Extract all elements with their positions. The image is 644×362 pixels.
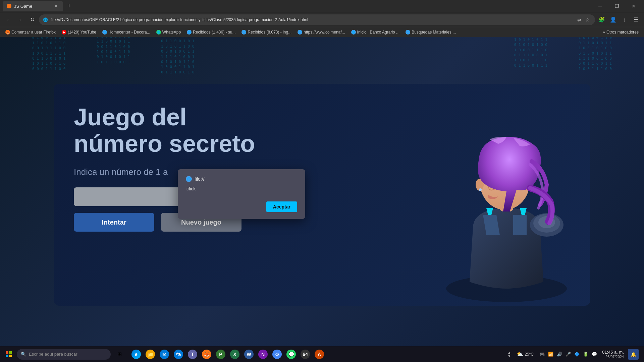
back-button[interactable]: ‹ — [3, 14, 13, 25]
profile-button[interactable]: 👤 — [608, 14, 619, 25]
file-explorer-icon: 📁 — [146, 350, 155, 359]
taskbar-clock[interactable]: 01:45 a. m. 26/07/2024 — [601, 349, 625, 359]
modal-actions: Aceptar — [186, 201, 297, 212]
start-button[interactable] — [3, 348, 15, 360]
extra-app[interactable]: A — [313, 348, 326, 361]
teams-icon: T — [188, 350, 197, 359]
modal-overlay: 🌐 file:// click Aceptar — [54, 84, 590, 306]
bookmark-star-icon[interactable]: ☆ — [584, 16, 591, 23]
modal-url: file:// — [195, 176, 205, 182]
onenote-app[interactable]: N — [256, 348, 270, 361]
close-button[interactable]: ✕ — [626, 1, 641, 11]
title-bar: JS Game ✕ + ─ ❐ ✕ — [0, 0, 644, 12]
tab-title: JS Game — [14, 4, 50, 9]
bookmark-homecenter-label: Homecenter - Decora... — [108, 30, 150, 35]
address-bar[interactable]: 🌐 file:///D:/Documentos/ONE-ORACLE/2 Lóg… — [39, 14, 595, 25]
excel-app[interactable]: X — [228, 348, 241, 361]
bookmark-inbox2-label: Recibidos (8.073) - ing... — [248, 30, 291, 35]
bookmark-firefox[interactable]: 🦊 Comenzar a usar Firefox — [3, 29, 58, 35]
tray-mic-icon[interactable]: 🎤 — [565, 351, 572, 358]
translate-icon[interactable]: ⇄ — [576, 16, 583, 23]
browser-frame: JS Game ✕ + ─ ❐ ✕ ‹ › ↻ 🌐 file:///D:/Doc… — [0, 0, 644, 362]
tray-game-icon[interactable]: 🎮 — [538, 351, 546, 358]
scroll-widget[interactable]: ▲ ▼ — [506, 348, 512, 361]
weather-widget[interactable]: ⛅ 25°C — [515, 348, 536, 361]
modal-message: click — [186, 186, 297, 191]
menu-button[interactable]: ☰ — [631, 14, 641, 25]
edge-app[interactable]: e — [129, 348, 143, 361]
file-explorer-app[interactable]: 📁 — [144, 348, 157, 361]
scroll-up-icon: ▲ — [507, 351, 511, 354]
weather-icon: ⛅ — [517, 351, 523, 357]
browser-tab[interactable]: JS Game ✕ — [3, 1, 63, 11]
bookmark-busquedas[interactable]: 🌐 Busquedas Materiales ... — [403, 29, 459, 35]
taskbar-right: ▲ ▼ ⛅ 25°C 🎮 📶 🔊 🎤 🔷 🔋 💬 01:45 a. m. — [506, 348, 641, 361]
project-app[interactable]: P — [214, 348, 227, 361]
tray-msg-icon[interactable]: 💬 — [591, 351, 598, 358]
bookmark-inbox1[interactable]: 🌐 Recibidos (1.436) - su... — [184, 29, 238, 35]
tab-close-button[interactable]: ✕ — [53, 3, 59, 9]
modal-accept-button[interactable]: Aceptar — [266, 201, 297, 212]
bookmark-banco-icon: 🌐 — [351, 30, 356, 35]
task-view-button[interactable]: ⊞ — [113, 348, 126, 361]
weather-temp: 25°C — [525, 352, 534, 357]
tray-speaker-icon[interactable]: 🔊 — [556, 351, 563, 358]
bookmark-whatsapp[interactable]: 🌐 WhatsApp — [154, 29, 183, 35]
maximize-button[interactable]: ❐ — [609, 1, 625, 11]
taskbar-search[interactable]: 🔍 Escribe aquí para buscar — [17, 349, 111, 360]
bookmarks-more-button[interactable]: » Otros marcadores — [600, 29, 641, 35]
bookmark-youtube[interactable]: ▶ (1420) YouTube — [59, 29, 99, 35]
bookmark-banco[interactable]: 🌐 Inicio | Banco Agrario ... — [348, 29, 402, 35]
firefox-app[interactable]: 🦊 — [200, 348, 213, 361]
minimize-button[interactable]: ─ — [592, 1, 608, 11]
address-right-actions: ⇄ ☆ — [576, 16, 591, 23]
tray-network-icon[interactable]: 📶 — [547, 351, 554, 358]
sync-button[interactable]: ↓ — [619, 14, 630, 25]
bookmark-inbox1-icon: 🌐 — [187, 30, 192, 35]
reload-button[interactable]: ↻ — [27, 14, 38, 25]
binary-col-4: 0 1 0 1 1 0 0 11 0 1 0 0 1 1 00 1 1 0 1 … — [579, 37, 612, 71]
bookmark-inbox1-label: Recibidos (1.436) - su... — [193, 30, 235, 35]
excel-icon: X — [230, 350, 239, 359]
notification-button[interactable]: 🔔 — [628, 349, 639, 360]
bookmark-colmenaf-label: https://www.colmenaf... — [304, 30, 345, 35]
tray-battery-icon[interactable]: 🔋 — [582, 351, 589, 358]
modal-header: 🌐 file:// — [186, 176, 297, 182]
chrome-app[interactable]: ⊙ — [270, 348, 284, 361]
whatsapp-app[interactable]: 💬 — [284, 348, 298, 361]
bookmark-inbox2-icon: 🌐 — [241, 30, 246, 35]
binary-col-2: 0 1 1 0 1 0 0 11 0 0 1 0 1 1 00 1 0 1 1 … — [97, 37, 130, 65]
forward-button[interactable]: › — [15, 14, 25, 25]
taskbar: 🔍 Escribe aquí para buscar ⊞ e 📁 ✉ 🛍 — [0, 346, 644, 362]
bookmark-firefox-icon: 🦊 — [5, 30, 10, 35]
bookmark-whatsapp-label: WhatsApp — [162, 30, 181, 35]
bookmark-inbox2[interactable]: 🌐 Recibidos (8.073) - ing... — [239, 29, 294, 35]
project-icon: P — [216, 350, 225, 359]
bookmark-homecenter[interactable]: 🌐 Homecenter - Decora... — [100, 29, 153, 35]
extensions-button[interactable]: 🧩 — [596, 14, 607, 25]
svg-rect-13 — [9, 351, 12, 354]
game-card: Juego del número secreto Indica un númer… — [54, 84, 590, 306]
tab-favicon — [7, 4, 11, 8]
clock-time: 01:45 a. m. — [602, 350, 624, 355]
system-tray: 🎮 📶 🔊 🎤 🔷 🔋 💬 — [538, 351, 598, 358]
new-tab-button[interactable]: + — [64, 1, 74, 11]
mail-app[interactable]: ✉ — [158, 348, 171, 361]
app64[interactable]: 64 — [299, 348, 312, 361]
word-app[interactable]: W — [242, 348, 256, 361]
search-placeholder: Escribe aquí para buscar — [29, 352, 77, 357]
mail-icon: ✉ — [160, 350, 169, 359]
bookmark-homecenter-icon: 🌐 — [102, 30, 107, 35]
store-app[interactable]: 🛍 — [172, 348, 185, 361]
address-lock-icon: 🌐 — [43, 17, 48, 22]
teams-app[interactable]: T — [186, 348, 199, 361]
word-icon: W — [244, 350, 254, 359]
bookmark-youtube-icon: ▶ — [62, 30, 66, 35]
taskbar-apps: e 📁 ✉ 🛍 T 🦊 P — [129, 348, 326, 361]
firefox-icon: 🦊 — [202, 350, 211, 359]
bookmark-colmenaf[interactable]: 🌐 https://www.colmenaf... — [295, 29, 347, 35]
tray-bluetooth-icon[interactable]: 🔷 — [573, 351, 581, 358]
nav-bar: ‹ › ↻ 🌐 file:///D:/Documentos/ONE-ORACLE… — [0, 12, 644, 27]
bookmark-colmenaf-icon: 🌐 — [298, 30, 302, 35]
svg-rect-15 — [9, 355, 12, 357]
